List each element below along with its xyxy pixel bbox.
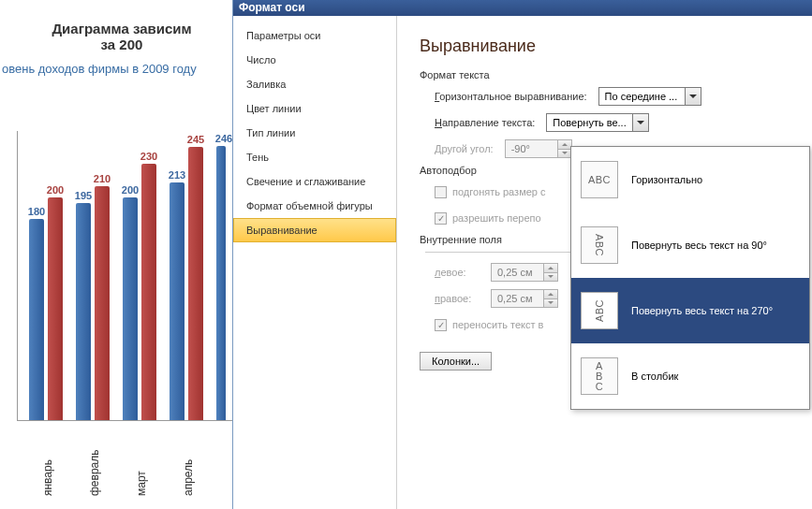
chart-title: Диаграмма зависим за 200	[0, 0, 244, 52]
dialog-titlebar[interactable]: Формат оси	[233, 0, 812, 16]
nav-item-0[interactable]: Параметры оси	[233, 23, 396, 48]
x-tick-label: февраль	[88, 449, 101, 496]
bar-value: 230	[140, 151, 158, 162]
other-angle-value: -90°	[506, 140, 557, 157]
direction-option-label: Повернуть весь текст на 90°	[631, 240, 767, 251]
autofit-overflow-label: разрешить перепо	[452, 212, 541, 224]
margin-left-label: левое:	[435, 267, 491, 278]
text-direction-icon: ABC	[581, 226, 618, 264]
chevron-down-icon[interactable]	[685, 88, 701, 105]
direction-option-2[interactable]: ABCПовернуть весь текст на 270°	[571, 278, 809, 343]
margin-right-label: правое:	[435, 293, 491, 304]
other-angle-spinner: -90°	[505, 139, 572, 158]
direction-option-label: Горизонтально	[631, 174, 702, 185]
h-align-value: По середине ...	[599, 91, 685, 102]
nav-item-2[interactable]: Заливка	[233, 72, 396, 96]
h-align-label: Горизонтальное выравнивание:	[435, 91, 587, 102]
text-direction-label: Направление текста:	[435, 117, 535, 128]
bar-red	[188, 147, 203, 420]
autofit-overflow-checkbox: ✓	[435, 212, 447, 225]
chart-area: Диаграмма зависим за 200 овень доходов ф…	[0, 0, 244, 505]
x-tick-label: март	[135, 471, 148, 496]
bar-value: 180	[27, 206, 46, 217]
text-direction-icon: ABC	[581, 292, 618, 329]
bar-blue	[170, 182, 185, 420]
bar-value: 200	[46, 184, 65, 196]
wrap-text-checkbox: ✓	[435, 319, 447, 331]
chart-subtitle: овень доходов фирмы в 2009 году	[0, 52, 244, 76]
direction-option-0[interactable]: ABCГоризонтально	[571, 147, 809, 212]
text-direction-dropdown[interactable]: ABCГоризонтальноABCПовернуть весь текст …	[570, 146, 810, 410]
direction-option-label: Повернуть весь текст на 270°	[631, 305, 773, 316]
chevron-down-icon[interactable]	[632, 114, 648, 131]
bar-red	[48, 197, 63, 420]
bar-value: 246	[214, 133, 233, 144]
other-angle-label: Другой угол:	[435, 143, 494, 154]
group-text-format: Формат текста	[420, 69, 790, 80]
bar-red	[95, 186, 110, 420]
margin-right-spinner: 0,25 см	[491, 289, 558, 308]
wrap-text-label: переносить текст в	[452, 319, 543, 330]
nav-item-8[interactable]: Выравнивание	[233, 218, 396, 242]
autofit-resize-checkbox	[435, 186, 447, 198]
bar-blue	[29, 219, 44, 420]
bar-blue	[76, 203, 91, 421]
chart-plot: 180200195210200230213245246	[17, 131, 242, 421]
nav-item-6[interactable]: Свечение и сглаживание	[233, 169, 396, 194]
dialog-nav: Параметры осиЧислоЗаливкаЦвет линииТип л…	[233, 16, 397, 509]
nav-item-1[interactable]: Число	[233, 48, 396, 72]
x-tick-label: январь	[41, 459, 54, 496]
nav-item-7[interactable]: Формат объемной фигуры	[233, 194, 396, 218]
bar-blue	[123, 197, 138, 420]
panel-heading: Выравнивание	[420, 36, 790, 56]
text-direction-value: Повернуть ве...	[547, 117, 632, 128]
bar-value: 213	[168, 169, 186, 181]
bar-value: 210	[93, 173, 111, 184]
x-tick-label: апрель	[182, 459, 195, 496]
bar-value: 245	[186, 134, 205, 145]
direction-option-3[interactable]: ABCВ столбик	[571, 343, 809, 409]
x-axis-labels: январьфевральмартапрель	[17, 429, 242, 503]
columns-button[interactable]: Колонки...	[420, 352, 492, 371]
text-direction-combo[interactable]: Повернуть ве...	[546, 113, 649, 132]
margin-left-spinner: 0,25 см	[491, 263, 558, 282]
direction-option-1[interactable]: ABCПовернуть весь текст на 90°	[571, 212, 809, 278]
nav-item-4[interactable]: Тип линии	[233, 121, 396, 145]
bar-red	[141, 164, 156, 420]
direction-option-label: В столбик	[631, 371, 678, 382]
text-direction-icon: ABC	[581, 357, 618, 395]
h-align-combo[interactable]: По середине ...	[598, 87, 701, 106]
nav-item-5[interactable]: Тень	[233, 145, 396, 169]
bar-value: 195	[74, 190, 93, 201]
bar-blue	[216, 146, 226, 420]
text-direction-icon: ABC	[581, 161, 618, 198]
autofit-resize-label: подгонять размер с	[452, 186, 546, 197]
bar-value: 200	[121, 184, 140, 196]
nav-item-3[interactable]: Цвет линии	[233, 96, 396, 121]
